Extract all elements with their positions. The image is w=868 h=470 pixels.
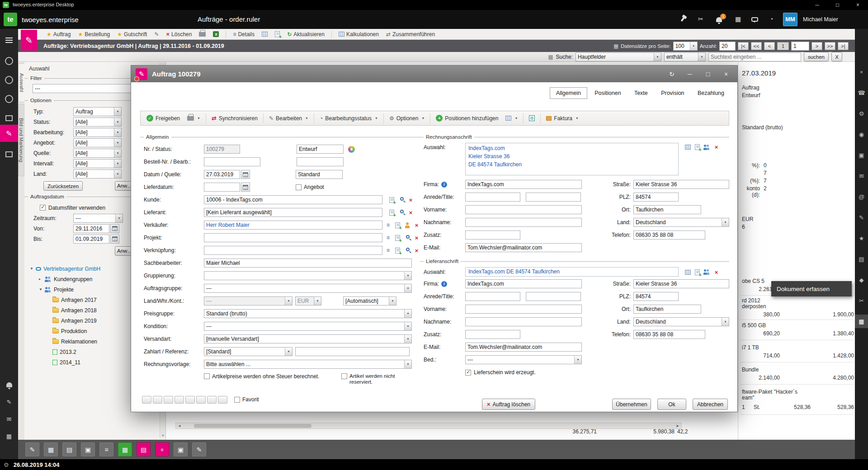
page-next-button[interactable]: > — [811, 42, 822, 50]
search-input[interactable] — [708, 52, 801, 61]
freigeben-button[interactable]: ✓Freigeben — [143, 113, 183, 123]
verknuepfung-remove-icon[interactable]: × — [413, 247, 420, 254]
rechnung-doc-icon[interactable] — [693, 143, 701, 151]
rechnung-zusatz-input[interactable] — [465, 230, 520, 240]
export-tool-icon[interactable]: ▤ — [137, 442, 151, 456]
aktualisieren-button[interactable]: ↻Aktualisieren — [284, 30, 328, 38]
print-button[interactable] — [196, 31, 209, 38]
shapes-icon[interactable]: ◆ — [855, 273, 868, 287]
gear-icon[interactable]: ⚙ — [4, 461, 9, 468]
reset-button[interactable]: Zurücksetzen — [43, 181, 83, 191]
liefer-auswahl-box[interactable]: IndexTags.com DE 84574 Taufkirchen — [465, 267, 679, 277]
print-tool-icon[interactable]: ▣ — [81, 442, 95, 456]
liefer-remove-icon[interactable]: × — [712, 268, 720, 276]
kontierung-select[interactable]: [Automatisch]▼ — [343, 296, 396, 306]
tab-bild-markierung[interactable]: Bild und Markierung — [18, 104, 24, 176]
edit-tool-icon[interactable]: ✎ — [25, 442, 39, 456]
tab-provision[interactable]: Provision — [655, 88, 690, 99]
liefer-anrede-input[interactable] — [465, 292, 520, 301]
rechnung-strasse-input[interactable] — [633, 180, 729, 189]
rechnung-vorname-input[interactable] — [465, 205, 582, 214]
tab-auswahl[interactable]: Auswahl — [18, 63, 24, 102]
bearbeitung-select[interactable]: [Alle]▼ — [73, 128, 122, 137]
liefer-land-select[interactable]: Deutschland▼ — [633, 317, 729, 326]
reserviert-checkbox[interactable] — [341, 373, 347, 379]
page-input[interactable] — [791, 42, 809, 51]
horizontal-scrollbar[interactable]: ◄ ► — [175, 423, 682, 429]
mail-rail-icon[interactable]: ✉ — [0, 410, 18, 428]
window-maximize-button[interactable]: □ — [827, 0, 848, 10]
liefer-zusatz-input[interactable] — [465, 330, 520, 339]
stats-tool-icon[interactable]: ▤ — [62, 442, 76, 456]
copy-button[interactable] — [272, 30, 283, 38]
projekt-remove-icon[interactable]: × — [413, 234, 420, 242]
bedingung-select[interactable]: ---▼ — [465, 355, 582, 364]
lieferant-doc-icon[interactable] — [388, 209, 396, 216]
design-tool-icon[interactable]: ✎ — [192, 442, 206, 456]
favorites-icon[interactable]: ★ — [855, 231, 868, 245]
footer-tool-icon[interactable] — [142, 396, 151, 404]
bearbeiten-button[interactable]: ✎Bearbeiten▼ — [266, 114, 311, 123]
footer-tool-icon[interactable] — [185, 396, 195, 404]
apps-icon[interactable]: ▦ — [735, 15, 741, 23]
verkaeufer-doc-icon[interactable] — [394, 221, 401, 229]
scrollbar-thumb[interactable] — [194, 424, 311, 428]
window-minimize-button[interactable]: ─ — [807, 0, 827, 10]
preview-tool-icon[interactable]: ▦ — [44, 442, 58, 456]
panel-close-icon[interactable]: × — [855, 65, 868, 79]
liefer-grid-icon[interactable] — [684, 268, 692, 276]
land-select[interactable]: [Alle]▼ — [73, 169, 122, 179]
kondition-select[interactable]: ---▼ — [204, 322, 412, 331]
tab-texte[interactable]: Texte — [628, 88, 654, 99]
timer-icon[interactable]: ◔ — [769, 15, 773, 23]
rechnung-plz-input[interactable] — [633, 193, 679, 202]
synchronisieren-button[interactable]: ⇄Synchronisieren — [208, 113, 261, 123]
auftrag-button[interactable]: ★Auftrag — [43, 30, 74, 38]
page-fast-next-button[interactable]: >> — [825, 42, 835, 50]
verkaeufer-input[interactable] — [204, 221, 382, 230]
verkaeufer-user-icon[interactable] — [403, 221, 411, 229]
quelle-select[interactable]: [Alle]▼ — [73, 149, 122, 158]
scan-document-icon[interactable]: ▦ — [855, 315, 868, 328]
notes-rail-icon[interactable]: ✎ — [0, 393, 18, 410]
lieferschein-checkbox[interactable] — [465, 370, 471, 376]
page-first-button[interactable]: |< — [738, 42, 749, 50]
bestellnr-input[interactable] — [204, 157, 260, 166]
projekt-search-icon[interactable] — [403, 234, 411, 242]
liefer-firma-input[interactable] — [465, 279, 582, 288]
datumsfilter-checkbox[interactable] — [40, 205, 46, 211]
info-icon[interactable]: i — [441, 281, 447, 287]
typ-select[interactable]: Auftrag▼ — [73, 107, 122, 116]
angebot-select[interactable]: [Alle]▼ — [73, 138, 122, 147]
bis-input[interactable] — [73, 235, 109, 244]
notifications-rail-icon[interactable] — [0, 376, 18, 393]
notifications-icon[interactable]: 1 — [716, 17, 722, 24]
projekt-input[interactable] — [204, 233, 382, 242]
dialog-refresh-icon[interactable]: ↻ — [665, 70, 679, 78]
intervall-select[interactable]: [Alle]▼ — [73, 159, 122, 168]
rechnung-email-input[interactable] — [465, 243, 582, 252]
rechnung-users-icon[interactable] — [703, 143, 711, 151]
page-prev-button[interactable]: < — [764, 42, 775, 50]
verknuepfung-input[interactable] — [204, 246, 382, 255]
details-button[interactable]: ≡Details — [230, 30, 258, 38]
dialog-print-button[interactable]: ▼ — [184, 114, 203, 122]
ok-button[interactable]: Ok — [657, 399, 686, 410]
contacts-module-icon[interactable] — [0, 52, 18, 70]
windows-icon[interactable]: ▣ — [855, 148, 868, 162]
bestell-bearb-input[interactable] — [297, 157, 344, 166]
angebot-checkbox[interactable] — [296, 184, 302, 190]
liefer-users-icon[interactable] — [703, 268, 711, 276]
footer-tool-icon[interactable] — [164, 396, 173, 404]
calendar-icon[interactable]: ▦ — [613, 43, 618, 49]
footer-tool-icon[interactable] — [175, 396, 184, 404]
dialog-maximize-icon[interactable]: □ — [701, 70, 715, 78]
tools-icon[interactable]: ✂ — [698, 15, 703, 23]
rechnung-auswahl-box[interactable]: IndexTags.com Kieler Strasse 36 DE 84574… — [465, 143, 679, 175]
preisgruppe-select[interactable]: Standard (brutto)▼ — [204, 309, 412, 318]
per-page-select[interactable]: 100▼ — [673, 42, 698, 51]
datum-calendar-button[interactable] — [241, 170, 250, 179]
rechnung-grid-icon[interactable] — [684, 143, 692, 151]
faktura-button[interactable]: Faktura▼ — [543, 114, 582, 123]
verknuepfung-doc-icon[interactable] — [394, 247, 401, 254]
